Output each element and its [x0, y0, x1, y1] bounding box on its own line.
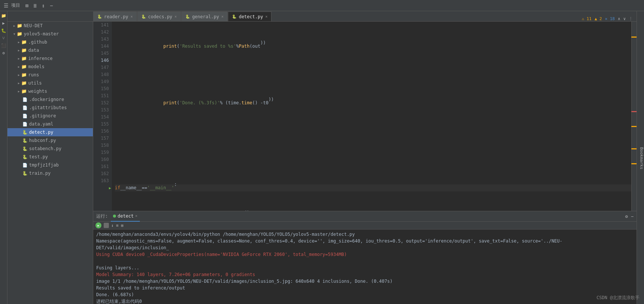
hamburger-icon[interactable]: ☰	[3, 3, 9, 9]
term-command-line: /home/menghan/anaconda3/envs/yolov4/bin/…	[96, 231, 634, 238]
nav-down[interactable]: ∨	[623, 16, 626, 21]
run-status-dot	[113, 215, 116, 218]
sidebar-label-sotabenchpy: sotabench.py	[29, 146, 62, 151]
sidebar-label-gitignore: .gitignore	[29, 113, 56, 118]
gutter-warn-4	[631, 163, 637, 164]
gutter-warn-1	[631, 37, 637, 38]
top-toolbar: ☰ 项目 ⊞ ≣ ↕ −	[0, 0, 644, 11]
terminal-content: /home/menghan/anaconda3/envs/yolov4/bin/…	[93, 229, 637, 304]
tab-detect[interactable]: 🐍 detect.py ×	[228, 12, 271, 21]
toolbar-left: ☰ 项目 ⊞ ≣ ↕ −	[3, 2, 54, 9]
sidebar-item-utils[interactable]: ▶ 📁 utils	[7, 79, 93, 87]
sidebar-item-testpy[interactable]: 🐍 test.py	[7, 153, 93, 161]
run-button[interactable]: ▶	[95, 222, 101, 228]
sidebar-item-gitignore[interactable]: 📄 .gitignore	[7, 112, 93, 120]
sidebar-item-trainpy[interactable]: 🐍 train.py	[7, 169, 93, 177]
sort-icon[interactable]: ↕	[40, 3, 46, 9]
project-label: 项目	[11, 2, 20, 9]
sidebar-label-hubconfpy: hubconf.py	[29, 138, 56, 143]
tab-reader-label: reader.py	[104, 14, 128, 19]
sidebar-item-github[interactable]: ▶ 📁 .github	[7, 38, 93, 46]
sidebar-item-inference[interactable]: ▶ 📁 inference	[7, 54, 93, 63]
py-file-icon5: 🐍	[22, 171, 28, 176]
structure-icon[interactable]: ⊞	[24, 3, 30, 9]
sidebar-item-detectpy[interactable]: 🐍 detect.py	[7, 128, 93, 136]
tab-detect-close[interactable]: ×	[265, 15, 267, 19]
code-container[interactable]: 141142143144145 146147148149150 15115215…	[93, 22, 637, 211]
more-icon[interactable]: ⋮	[629, 16, 633, 21]
py-file-icon4: 🐍	[22, 155, 28, 159]
term-image-line: image 1/1 /home/menghan/YOLO5/YOLO5/NEU-…	[96, 278, 634, 285]
watermark: CSDN @北漂流浪歌手	[597, 295, 637, 301]
list-icon[interactable]: ≣	[32, 3, 38, 9]
bookmarks-label: Bookmarks	[639, 147, 644, 170]
debug-icon[interactable]: 🐛	[1, 28, 7, 34]
right-bookmarks-bar: Bookmarks	[637, 11, 644, 304]
sidebar-item-weights[interactable]: ▶ 📁 weights	[7, 87, 93, 95]
sidebar-label-data: data	[28, 48, 39, 53]
tab-right-icons: ⚠ 11 ▲ 2 ✕ 18 ∧ ∨ ⋮	[582, 16, 637, 21]
tab-codecs-close[interactable]: ×	[175, 15, 177, 19]
tab-reader[interactable]: 🐍 reader.py ×	[93, 12, 137, 21]
term-fusing-line: Fusing layers...	[96, 265, 634, 271]
sidebar-item-datayaml[interactable]: 📄 data.yaml	[7, 120, 93, 128]
git-icon[interactable]: ⑂	[1, 35, 7, 41]
info-count: ✕ 18	[605, 16, 615, 21]
txt-file-icon: 📄	[22, 97, 28, 102]
left-icon-bar: 📁 ▶ 🐛 ⑂ ⬛ ⚙	[0, 11, 7, 304]
folder-icon-yolov5: 📁	[17, 31, 22, 37]
tab-reader-close[interactable]: ×	[131, 15, 133, 19]
run-label: 运行:	[96, 213, 108, 219]
stop-button[interactable]	[104, 223, 109, 228]
sidebar-item-gitattributes[interactable]: 📄 .gitattributes	[7, 104, 93, 112]
sidebar-item-tmpfile[interactable]: 📄 tmpfjz1fjab	[7, 161, 93, 169]
sidebar-item-yolov5[interactable]: ▼ 📁 yolov5-master	[7, 30, 93, 38]
run-tab-close[interactable]: ×	[135, 214, 138, 218]
term-blank1	[96, 258, 634, 265]
close-panel-icon[interactable]: −	[631, 214, 634, 219]
tab-general-close[interactable]: ×	[221, 15, 223, 19]
tab-general-label: general.py	[192, 14, 219, 19]
tab-general[interactable]: 🐍 general.py ×	[181, 12, 227, 21]
code-line-142	[115, 71, 631, 78]
sidebar-item-data[interactable]: ▶ 📁 data	[7, 46, 93, 54]
run-arrow-icon: ▶	[109, 184, 111, 191]
folder-icon-weights: 📁	[21, 89, 27, 94]
collapse-icon[interactable]: −	[48, 3, 54, 9]
sidebar-label-tmpfile: tmpfjz1fjab	[29, 162, 59, 168]
py-tab-icon4: 🐍	[232, 15, 236, 19]
terminal-icon[interactable]: ⬛	[1, 42, 7, 48]
editor-area: 141142143144145 146147148149150 15115215…	[93, 22, 637, 304]
run-icon[interactable]: ▶	[1, 20, 7, 26]
arrow-icon3: ▶	[18, 41, 20, 44]
terminal-run-icons: ↕ ≡ ⊞	[111, 223, 123, 228]
run-tab-detect[interactable]: detect ×	[111, 211, 139, 222]
txt-file-icon4: 📄	[22, 163, 28, 168]
settings-icon[interactable]: ⚙	[1, 50, 7, 56]
sidebar-item-runs[interactable]: ▶ 📁 runs	[7, 71, 93, 79]
tab-bar: 🐍 reader.py × 🐍 codecs.py × 🐍 general.py…	[7, 11, 637, 22]
term-results-line: Results saved to inference/output	[96, 285, 634, 291]
settings-gear-icon[interactable]: ⚙	[625, 214, 628, 219]
txt-file-icon2: 📄	[22, 105, 28, 110]
sidebar-item-sotabenchpy[interactable]: 🐍 sotabench.py	[7, 145, 93, 153]
tab-detect-label: detect.py	[239, 14, 263, 19]
term-namespace-line: Namespace(agnostic_nms=False, augment=Fa…	[96, 238, 634, 251]
tab-codecs[interactable]: 🐍 codecs.py ×	[137, 12, 181, 21]
sidebar-item-neu-det[interactable]: ▶ 📁 NEU-DET	[7, 22, 93, 30]
right-gutter	[631, 22, 637, 211]
sidebar-label-testpy: test.py	[29, 154, 48, 159]
folder-icon[interactable]: 📁	[1, 13, 7, 19]
arrow-icon2: ▼	[13, 32, 15, 36]
sidebar-label-trainpy: train.py	[29, 171, 51, 176]
code-line-146: ▶ if __name__ == '__main__':	[115, 184, 631, 191]
code-line-145	[115, 156, 631, 163]
sidebar-item-models[interactable]: ▶ 📁 models	[7, 63, 93, 71]
sidebar-item-dockerignore[interactable]: 📄 .dockerignore	[7, 95, 93, 104]
sidebar-label-detectpy: detect.py	[29, 130, 53, 135]
error-count: ⚠ 11	[582, 16, 592, 21]
nav-up[interactable]: ∧	[618, 16, 621, 21]
sidebar-item-hubconfpy[interactable]: 🐍 hubconf.py	[7, 136, 93, 145]
arrow-icon: ▶	[13, 24, 15, 28]
bottom-panel-header: 运行: detect × ⚙ −	[93, 211, 637, 222]
